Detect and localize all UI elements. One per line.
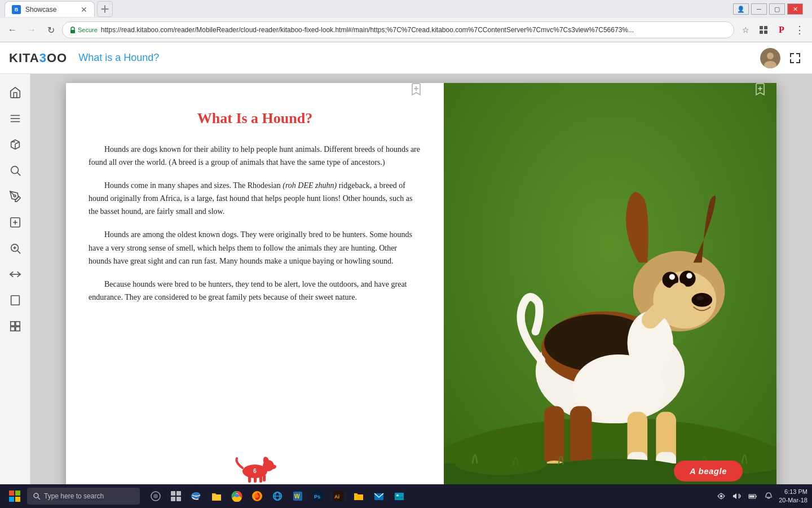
taskbar-right: 6:13 PM 20-Mar-18 <box>714 488 807 505</box>
sidebar-item-page-view[interactable] <box>3 288 27 312</box>
caption-oval: A beagle <box>674 461 743 481</box>
taskbar-notification-icon[interactable] <box>762 489 775 503</box>
new-tab-button[interactable] <box>97 1 113 17</box>
sidebar-item-home[interactable] <box>3 81 27 104</box>
svg-text:Ps: Ps <box>314 494 320 500</box>
svg-rect-36 <box>259 476 262 483</box>
svg-point-70 <box>547 459 685 480</box>
page-title: What is a Hound? <box>78 52 159 64</box>
app-header: KITA3OO What is a Hound? <box>0 42 812 74</box>
svg-text:W: W <box>294 493 300 500</box>
header-right <box>760 48 803 68</box>
sidebar-item-highlight[interactable] <box>3 133 27 156</box>
tab-title: Showcase <box>25 6 56 14</box>
taskbar-file-explorer[interactable] <box>208 487 226 505</box>
expand-button[interactable] <box>787 50 803 66</box>
taskbar-winrar[interactable]: W <box>289 487 307 505</box>
taskbar-volume-icon[interactable] <box>730 489 744 503</box>
taskbar-icons: W Ps Ai <box>147 487 408 505</box>
svg-rect-65 <box>544 406 564 466</box>
back-button[interactable]: ← <box>5 22 20 38</box>
address-bar-row: ← → ↻ Secure https://read.kitaboo.com/re… <box>0 18 812 42</box>
taskbar-photos[interactable] <box>390 487 408 505</box>
start-button[interactable] <box>5 486 25 506</box>
browser-chrome: B Showcase ✕ 👤 ─ ▢ ✕ ← → ↻ Secure https <box>0 0 812 42</box>
user-avatar[interactable] <box>760 48 780 68</box>
svg-rect-25 <box>10 322 14 326</box>
pinterest-button[interactable]: P <box>774 22 789 38</box>
svg-rect-4 <box>764 26 767 29</box>
tab-favicon: B <box>12 5 21 14</box>
reload-button[interactable]: ↻ <box>43 22 59 38</box>
taskbar-chrome[interactable] <box>228 487 246 505</box>
taskbar-folder[interactable] <box>350 487 368 505</box>
menu-button[interactable]: ⋮ <box>792 22 807 38</box>
dog-icon-area: 6 <box>227 450 283 486</box>
paragraph-1: Hounds are dogs known for their ability … <box>89 143 421 169</box>
date-display: 20-Mar-18 <box>779 496 807 505</box>
svg-rect-81 <box>176 491 181 496</box>
close-button[interactable]: ✕ <box>787 3 803 15</box>
svg-rect-104 <box>749 496 754 498</box>
active-tab[interactable]: B Showcase ✕ <box>5 1 95 17</box>
svg-point-52 <box>669 274 675 279</box>
sidebar-item-annotation[interactable] <box>3 185 27 208</box>
address-actions: ☆ P ⋮ <box>738 22 807 38</box>
bookmark-left[interactable] <box>411 83 421 98</box>
svg-rect-3 <box>760 26 763 29</box>
sidebar-item-search[interactable] <box>3 159 27 182</box>
forward-button[interactable]: → <box>24 22 39 38</box>
paragraph-3: Hounds are among the oldest known dogs. … <box>89 228 421 267</box>
svg-rect-82 <box>171 497 175 501</box>
sidebar-item-add-page[interactable] <box>3 211 27 234</box>
extensions-button[interactable] <box>756 22 771 38</box>
sidebar-item-zoom-in[interactable] <box>3 237 27 260</box>
svg-rect-73 <box>15 491 20 496</box>
taskbar-illustrator[interactable]: Ai <box>329 487 347 505</box>
taskbar-ie[interactable] <box>268 487 286 505</box>
left-page: What Is a Hound? Hounds are dogs known f… <box>66 83 444 500</box>
bookmark-star-button[interactable]: ☆ <box>738 22 753 38</box>
time-display: 6:13 PM <box>779 488 807 496</box>
bookmark-right[interactable] <box>755 83 765 98</box>
taskbar-task-view[interactable] <box>167 487 185 505</box>
svg-rect-74 <box>9 497 14 502</box>
minimize-button[interactable]: ─ <box>751 3 767 15</box>
svg-point-53 <box>686 273 692 278</box>
tab-close-button[interactable]: ✕ <box>81 6 87 14</box>
sidebar-item-toc[interactable] <box>3 107 27 130</box>
svg-rect-37 <box>263 475 266 481</box>
address-box[interactable]: Secure https://read.kitaboo.com/reader/M… <box>62 21 734 38</box>
svg-rect-105 <box>756 496 757 497</box>
taskbar-search-text: Type here to search <box>44 492 104 500</box>
taskbar-cortana[interactable] <box>147 487 165 505</box>
svg-point-54 <box>672 275 674 277</box>
beagle-image <box>444 83 776 500</box>
svg-point-38 <box>270 465 276 469</box>
taskbar-mail[interactable] <box>370 487 388 505</box>
paragraph-2: Hounds come in many shapes and sizes. Th… <box>89 179 421 218</box>
taskbar-network-icon[interactable] <box>714 489 728 503</box>
svg-point-79 <box>153 494 158 498</box>
kitaboo-logo: KITA3OO <box>9 51 67 65</box>
italic-word: (roh DEE zhuhn) <box>283 181 337 190</box>
sidebar-item-fit-width[interactable] <box>3 262 27 286</box>
maximize-button[interactable]: ▢ <box>769 3 785 15</box>
taskbar-firefox[interactable] <box>248 487 266 505</box>
taskbar-battery-icon <box>746 489 760 503</box>
datetime: 6:13 PM 20-Mar-18 <box>779 488 807 505</box>
profile-button[interactable]: 👤 <box>733 3 749 15</box>
svg-line-14 <box>17 173 20 176</box>
taskbar-photoshop[interactable]: Ps <box>309 487 327 505</box>
sidebar-item-grid-view[interactable] <box>3 314 27 338</box>
logo-kita: KITA <box>9 51 39 65</box>
svg-point-76 <box>34 493 38 498</box>
main-content: What Is a Hound? Hounds are dogs known f… <box>0 74 812 508</box>
logo-three: 3 <box>39 51 47 65</box>
svg-rect-35 <box>254 476 257 483</box>
taskbar-search[interactable]: Type here to search <box>27 488 140 505</box>
paragraph-4: Because hounds were bred to be hunters, … <box>89 278 421 304</box>
svg-point-69 <box>455 452 547 475</box>
taskbar-edge-browser[interactable] <box>187 487 205 505</box>
book-spread: What Is a Hound? Hounds are dogs known f… <box>66 83 776 500</box>
